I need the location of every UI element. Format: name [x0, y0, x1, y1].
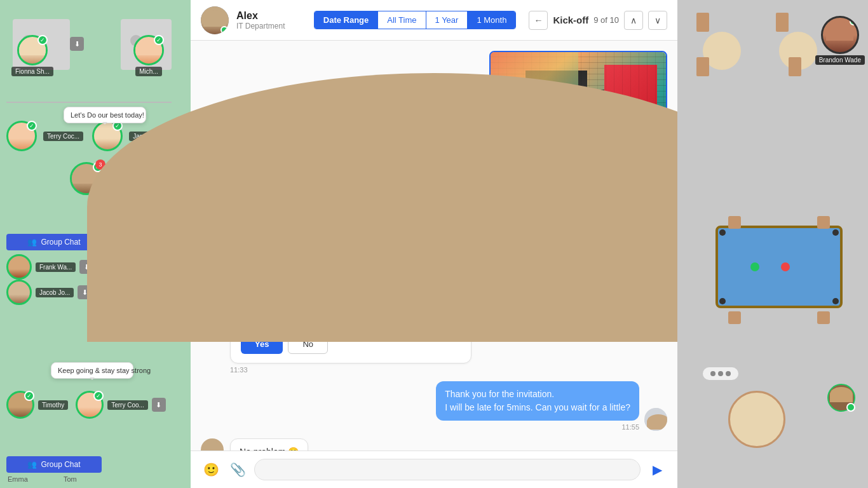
chair-4 — [789, 57, 801, 76]
sent-bubble-1: Thank you for the invitation.I will be l… — [436, 381, 639, 421]
user-info: Alex IT Department — [236, 10, 306, 30]
jacob-name: Jacob Jo... — [36, 288, 74, 297]
date-range-controls: Date Range All Time 1 Year 1 Month — [314, 11, 517, 29]
group-chat-btn-2[interactable]: 👥 Group Chat — [6, 456, 102, 473]
green-dot-right — [846, 403, 855, 412]
person-mich: ✓ Mich... — [133, 35, 164, 76]
attach-button[interactable]: 📎 — [227, 459, 248, 480]
brandon-badge: Brandon Wade — [815, 16, 865, 65]
round-table-bottom — [728, 391, 785, 448]
check-icon: ✓ — [37, 35, 48, 45]
timothy-row: ✓ Timothy ✓ Terry Coo... ⬇ — [6, 391, 166, 419]
pool-ball-2 — [781, 262, 790, 271]
pocket-bl — [719, 298, 726, 304]
sent-time-1: 11:55 — [436, 423, 639, 431]
sender-avatar-1 — [201, 196, 224, 219]
person-fionna: ✓ Fionna Sh... — [11, 35, 53, 76]
group-chat-button-2[interactable]: 👥 Group Chat — [6, 456, 102, 473]
emoji-button[interactable]: 🙂 — [201, 459, 221, 480]
received-msg-2: No problem 🙂 11:58 — [201, 438, 667, 451]
user-name: Alex — [236, 10, 306, 22]
chair-1 — [696, 13, 709, 32]
user-dept: IT Department — [236, 22, 306, 30]
frank-avatar — [6, 254, 32, 280]
chair-pool-3 — [728, 311, 741, 324]
download-icon-4[interactable]: ⬇ — [152, 398, 166, 412]
group-icon-2: 👥 — [27, 460, 37, 469]
typing-indicator — [703, 367, 738, 380]
1-month-btn[interactable]: 1 Month — [468, 11, 515, 29]
timothy-name: Timothy — [38, 400, 68, 410]
pocket-br — [832, 298, 839, 304]
meeting-card-time: 11:33 — [230, 366, 667, 374]
group-icon: 👥 — [27, 238, 37, 247]
terry-name: Terry Coc... — [43, 132, 83, 141]
dot-3 — [726, 371, 731, 376]
speech-bubble-1: Let's Do our best today! — [64, 107, 146, 123]
chair-2 — [696, 57, 709, 76]
kick-off-label: Kick-off — [553, 15, 588, 25]
sent-msg-1: Thank you for the invitation.I will be l… — [201, 381, 667, 431]
online-indicator — [220, 26, 228, 34]
frank-name: Frank Wa... — [36, 262, 76, 272]
tom-label: Tom — [64, 475, 77, 483]
date-range-btn[interactable]: Date Range — [315, 11, 379, 29]
page-count: 9 of 10 — [593, 15, 619, 25]
msg-bubble-2: No problem 🙂 — [230, 438, 308, 451]
check-icon: ✓ — [27, 121, 37, 131]
chat-messages: 11:20 I receveived your design. Let's di… — [191, 41, 677, 451]
user-avatar — [201, 6, 229, 34]
nav-down-btn[interactable]: ∨ — [648, 11, 667, 30]
chair-pool-4 — [817, 311, 830, 324]
nav-controls: ← Kick-off 9 of 10 ∧ ∨ — [529, 11, 667, 30]
terry-coo-name: Terry Coo... — [107, 400, 148, 410]
chat-header: Alex IT Department Date Range All Time 1… — [191, 0, 677, 41]
nav-up-btn[interactable]: ∧ — [624, 11, 643, 30]
speech-bubble-2: Keep going & stay stay strong — [51, 362, 133, 379]
chair-3 — [776, 13, 789, 32]
jacob-avatar — [6, 280, 32, 305]
chair-pool-1 — [728, 216, 741, 229]
brandon-avatar — [821, 16, 859, 54]
emma-label: Emma — [8, 475, 28, 483]
pool-ball-1 — [750, 262, 759, 271]
check-icon: ✓ — [24, 391, 34, 401]
chat-panel: Alex IT Department Date Range All Time 1… — [191, 0, 677, 488]
received-msg-1: I receveived your design. Let's discuss … — [201, 196, 667, 247]
brandon-name: Brandon Wade — [815, 55, 865, 65]
bottom-person — [827, 384, 855, 412]
all-time-btn[interactable]: All Time — [378, 11, 426, 29]
check-icon: ✓ — [154, 35, 164, 45]
1-year-btn[interactable]: 1 Year — [426, 11, 468, 29]
dot-2 — [718, 371, 723, 376]
nav-back-btn[interactable]: ← — [529, 11, 548, 30]
divider — [6, 102, 172, 103]
message-input[interactable] — [254, 459, 641, 480]
chat-input-area: 🙂 📎 ▶ — [191, 451, 677, 488]
send-button[interactable]: ▶ — [647, 459, 667, 480]
chair-pool-2 — [817, 216, 830, 229]
sent-msg-content: Thank you for the invitation.I will be l… — [436, 381, 639, 431]
sent-avatar — [644, 408, 667, 431]
jacob-row: Jacob Jo... ⬇ — [6, 280, 92, 305]
pool-table — [715, 226, 843, 308]
download-icon[interactable]: ⬇ — [70, 37, 84, 51]
sender-avatar-2 — [201, 438, 224, 451]
right-office-panel: Brandon Wade — [677, 0, 868, 488]
pocket-tl — [719, 229, 726, 236]
camera-active-icon — [850, 18, 857, 25]
dot-1 — [710, 371, 715, 376]
person-name: Fionna Sh... — [11, 67, 53, 76]
pocket-tr — [832, 229, 839, 236]
person-name: Mich... — [135, 67, 161, 76]
